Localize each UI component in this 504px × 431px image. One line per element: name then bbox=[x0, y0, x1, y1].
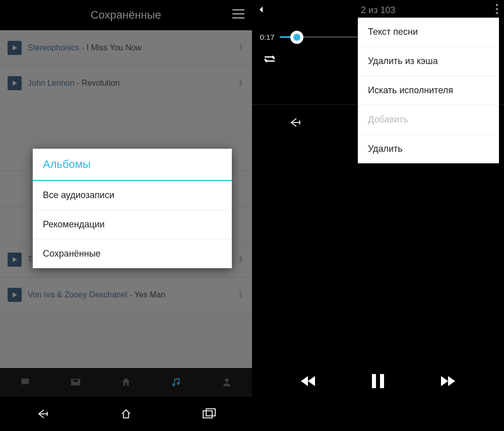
track-counter: 2 из 103 bbox=[361, 5, 395, 16]
ctx-delete[interactable]: Удалить bbox=[358, 135, 499, 163]
svg-rect-13 bbox=[496, 12, 498, 14]
player-controls bbox=[253, 371, 505, 393]
svg-rect-12 bbox=[496, 8, 498, 10]
svg-rect-1 bbox=[232, 13, 244, 15]
popup-title: Альбомы bbox=[33, 149, 232, 181]
svg-rect-2 bbox=[232, 17, 244, 19]
svg-marker-17 bbox=[308, 376, 315, 386]
svg-marker-10 bbox=[260, 7, 263, 13]
phone-screen-left: Сохранённые Stereophonics - I Miss You N… bbox=[0, 0, 253, 431]
nav-home-icon[interactable] bbox=[101, 377, 151, 388]
nav-mail-icon[interactable] bbox=[50, 377, 101, 388]
svg-marker-21 bbox=[448, 376, 455, 386]
popup-item-saved[interactable]: Сохранённые bbox=[33, 239, 232, 268]
hamburger-icon[interactable] bbox=[232, 9, 244, 21]
nav-profile-icon[interactable] bbox=[202, 377, 252, 388]
header: Сохранённые bbox=[0, 0, 252, 30]
player-header: 2 из 103 bbox=[253, 0, 505, 20]
page-title: Сохранённые bbox=[91, 9, 161, 22]
track-list: Stereophonics - I Miss You Now ⬇ John Le… bbox=[0, 30, 252, 368]
home-button[interactable] bbox=[111, 404, 141, 424]
pause-button[interactable] bbox=[369, 371, 387, 393]
popup-item-all[interactable]: Все аудиозаписи bbox=[33, 181, 232, 210]
svg-rect-19 bbox=[380, 374, 384, 388]
app-bottom-nav bbox=[0, 368, 252, 396]
nav-music-icon[interactable] bbox=[151, 377, 202, 388]
ctx-add: Добавить bbox=[358, 105, 499, 135]
elapsed-time: 0:17 bbox=[260, 33, 275, 41]
ctx-delete-cache[interactable]: Удалить из кэша bbox=[358, 47, 499, 76]
prev-button[interactable] bbox=[298, 371, 318, 393]
svg-point-7 bbox=[225, 378, 228, 382]
ctx-lyrics[interactable]: Текст песни bbox=[358, 18, 499, 47]
popup-item-recommend[interactable]: Рекомендации bbox=[33, 210, 232, 239]
category-popup: Альбомы Все аудиозаписи Рекомендации Сох… bbox=[33, 149, 232, 268]
svg-rect-9 bbox=[206, 409, 215, 416]
next-button[interactable] bbox=[438, 371, 458, 393]
svg-marker-16 bbox=[301, 376, 308, 386]
context-menu: Текст песни Удалить из кэша Искать испол… bbox=[358, 18, 499, 163]
seek-thumb[interactable] bbox=[290, 31, 303, 44]
back-caret-icon[interactable] bbox=[258, 5, 266, 16]
system-nav bbox=[0, 396, 252, 431]
back-button[interactable] bbox=[279, 112, 309, 133]
repeat-icon[interactable] bbox=[263, 57, 277, 66]
nav-chat-icon[interactable] bbox=[0, 377, 50, 388]
svg-rect-8 bbox=[203, 411, 212, 418]
svg-rect-18 bbox=[372, 374, 376, 388]
recent-button[interactable] bbox=[195, 404, 225, 424]
phone-screen-right: 2 из 103 0:17 Текст песни Удалить из кэш… bbox=[253, 0, 505, 431]
overflow-icon[interactable] bbox=[496, 4, 499, 16]
svg-rect-11 bbox=[496, 4, 498, 6]
svg-rect-0 bbox=[232, 9, 244, 11]
ctx-search-artist[interactable]: Искать исполнителя bbox=[358, 76, 499, 105]
svg-marker-20 bbox=[441, 376, 448, 386]
back-button[interactable] bbox=[27, 404, 57, 424]
